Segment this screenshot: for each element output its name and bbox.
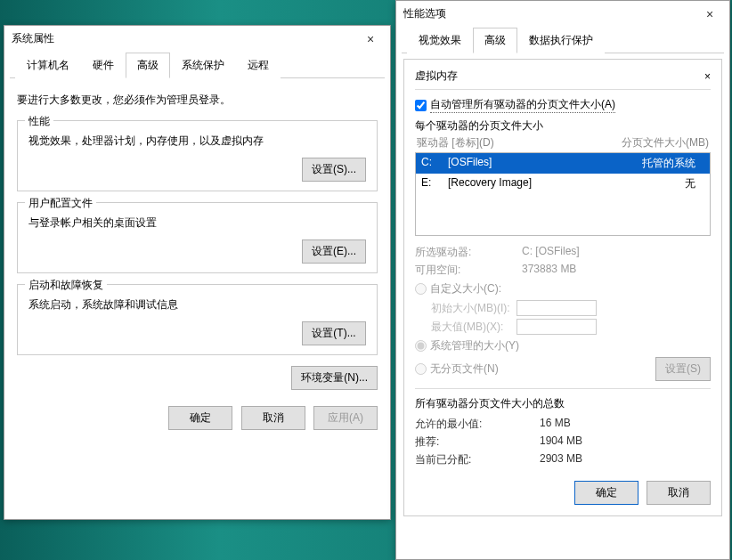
max-size-label: 最大值(MB)(X): bbox=[431, 320, 511, 335]
system-managed-radio bbox=[415, 340, 427, 352]
per-drive-label: 每个驱动器的分页文件大小 bbox=[415, 118, 711, 134]
group-performance-title: 性能 bbox=[25, 114, 53, 129]
auto-manage-checkbox[interactable] bbox=[415, 100, 427, 111]
custom-size-radio bbox=[415, 283, 427, 295]
initial-size-input bbox=[516, 300, 597, 316]
close-icon[interactable]: × bbox=[704, 70, 711, 83]
ok-button[interactable]: 确定 bbox=[168, 406, 232, 430]
close-icon[interactable]: × bbox=[358, 32, 383, 46]
selected-drive-value: C: [OSFiles] bbox=[522, 245, 580, 260]
performance-options-window: 性能选项 × 视觉效果 高级 数据执行保护 虚拟内存 × 自动管理所有驱动器的分… bbox=[395, 0, 730, 560]
current-allocated-value: 2903 MB bbox=[540, 452, 582, 467]
group-startup-recovery-desc: 系统启动，系统故障和调试信息 bbox=[28, 297, 366, 312]
min-allowed-label: 允许的最小值: bbox=[415, 417, 540, 432]
min-allowed-value: 16 MB bbox=[540, 417, 571, 432]
tab-hardware[interactable]: 硬件 bbox=[81, 53, 126, 78]
system-properties-window: 系统属性 × 计算机名 硬件 高级 系统保护 远程 要进行大多数更改，您必须作为… bbox=[4, 25, 391, 520]
system-properties-content: 要进行大多数更改，您必须作为管理员登录。 性能 视觉效果，处理器计划，内存使用，… bbox=[4, 78, 390, 399]
set-button: 设置(S) bbox=[655, 357, 711, 381]
tab-advanced[interactable]: 高级 bbox=[126, 53, 170, 78]
auto-manage-label: 自动管理所有驱动器的分页文件大小(A) bbox=[430, 97, 615, 113]
user-profiles-settings-button[interactable]: 设置(E)... bbox=[302, 239, 366, 264]
tab-perf-advanced[interactable]: 高级 bbox=[473, 28, 517, 53]
free-space-value: 373883 MB bbox=[522, 263, 576, 278]
group-user-profiles-title: 用户配置文件 bbox=[25, 196, 96, 211]
recommended-label: 推荐: bbox=[415, 434, 540, 450]
group-user-profiles-desc: 与登录帐户相关的桌面设置 bbox=[28, 215, 366, 231]
vm-ok-button[interactable]: 确定 bbox=[574, 481, 638, 505]
group-performance: 性能 视觉效果，处理器计划，内存使用，以及虚拟内存 设置(S)... bbox=[17, 120, 378, 191]
group-startup-recovery-title: 启动和故障恢复 bbox=[25, 278, 107, 293]
custom-size-label: 自定义大小(C): bbox=[430, 281, 501, 296]
group-startup-recovery: 启动和故障恢复 系统启动，系统故障和调试信息 设置(T)... bbox=[17, 284, 378, 355]
drive-list[interactable]: C: [OSFiles] 托管的系统 E: [Recovery Image] 无 bbox=[415, 152, 711, 236]
selected-drive-label: 所选驱动器: bbox=[415, 245, 522, 260]
tab-visual-effects[interactable]: 视觉效果 bbox=[407, 28, 473, 53]
performance-options-tabs: 视觉效果 高级 数据执行保护 bbox=[402, 27, 724, 53]
recommended-value: 1904 MB bbox=[540, 434, 582, 450]
vm-cancel-button[interactable]: 取消 bbox=[647, 481, 711, 505]
apply-button[interactable]: 应用(A) bbox=[313, 406, 378, 430]
admin-notice: 要进行大多数更改，您必须作为管理员登录。 bbox=[17, 93, 378, 108]
group-user-profiles: 用户配置文件 与登录帐户相关的桌面设置 设置(E)... bbox=[17, 202, 378, 273]
size-header: 分页文件大小(MB) bbox=[622, 135, 709, 150]
no-paging-radio bbox=[415, 363, 427, 375]
startup-settings-button[interactable]: 设置(T)... bbox=[302, 321, 366, 345]
no-paging-label: 无分页文件(N) bbox=[430, 361, 499, 377]
tab-dep[interactable]: 数据执行保护 bbox=[517, 28, 605, 53]
system-properties-titlebar: 系统属性 × bbox=[4, 26, 390, 52]
drive-row-c[interactable]: C: [OSFiles] 托管的系统 bbox=[416, 153, 710, 174]
system-properties-tabs: 计算机名 硬件 高级 系统保护 远程 bbox=[10, 52, 385, 78]
drive-row-e[interactable]: E: [Recovery Image] 无 bbox=[416, 174, 710, 194]
tab-remote[interactable]: 远程 bbox=[236, 53, 281, 78]
close-icon[interactable]: × bbox=[697, 7, 722, 21]
drive-header: 驱动器 [卷标](D) bbox=[417, 135, 494, 150]
cancel-button[interactable]: 取消 bbox=[241, 406, 305, 430]
system-properties-title: 系统属性 bbox=[12, 31, 54, 46]
performance-options-titlebar: 性能选项 × bbox=[396, 1, 729, 27]
performance-settings-button[interactable]: 设置(S)... bbox=[302, 158, 366, 182]
tab-system-protection[interactable]: 系统保护 bbox=[170, 53, 236, 78]
system-managed-label: 系统管理的大小(Y) bbox=[430, 338, 519, 353]
virtual-memory-dialog: 虚拟内存 × 自动管理所有驱动器的分页文件大小(A) 每个驱动器的分页文件大小 … bbox=[403, 59, 722, 516]
performance-options-title: 性能选项 bbox=[403, 6, 446, 21]
system-properties-buttons: 确定 取消 应用(A) bbox=[4, 399, 390, 441]
free-space-label: 可用空间: bbox=[415, 263, 522, 278]
group-performance-desc: 视觉效果，处理器计划，内存使用，以及虚拟内存 bbox=[28, 134, 366, 149]
tab-computer-name[interactable]: 计算机名 bbox=[15, 53, 81, 78]
virtual-memory-title: 虚拟内存 bbox=[415, 69, 458, 84]
initial-size-label: 初始大小(MB)(I): bbox=[431, 301, 511, 316]
max-size-input bbox=[516, 319, 597, 335]
current-allocated-label: 当前已分配: bbox=[415, 452, 540, 467]
totals-label: 所有驱动器分页文件大小的总数 bbox=[415, 396, 711, 411]
environment-variables-button[interactable]: 环境变量(N)... bbox=[291, 366, 378, 390]
